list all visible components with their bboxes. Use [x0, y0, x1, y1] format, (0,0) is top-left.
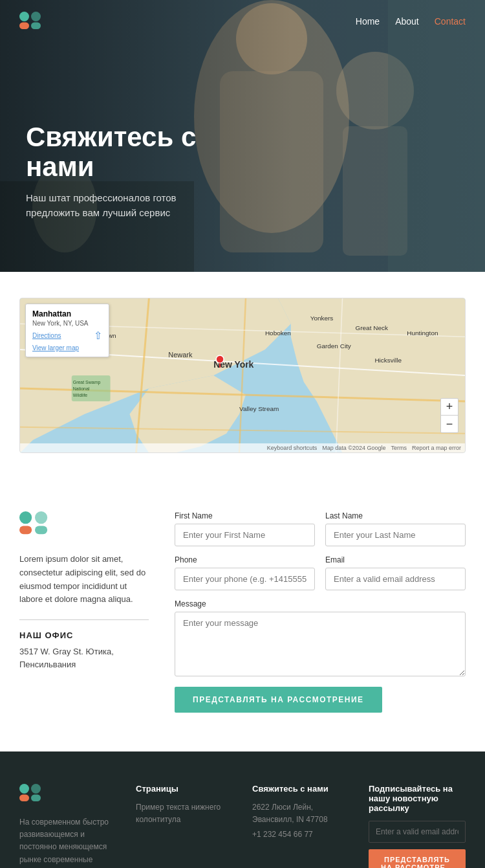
- nav-contact[interactable]: Contact: [435, 16, 466, 27]
- contact-divider: [19, 619, 149, 620]
- phone-email-row: Phone Email: [175, 555, 466, 590]
- map-zoom-out[interactable]: −: [441, 416, 458, 432]
- last-name-label: Last Name: [325, 511, 466, 520]
- map-report: Report a map error: [412, 445, 461, 451]
- message-label: Message: [175, 599, 466, 608]
- map-controls: + −: [440, 398, 458, 433]
- hero-content: Свяжитесь с нами Наш штат профессионалов…: [26, 122, 233, 220]
- map-terms: Terms: [391, 445, 407, 451]
- message-input[interactable]: [175, 612, 466, 676]
- footer: На современном быстро развивающемся и по…: [0, 751, 485, 868]
- email-input[interactable]: [325, 568, 466, 590]
- hero-title: Свяжитесь с нами: [26, 122, 233, 182]
- contact-section: Lorem ipsum dolor sit amet, consectetur …: [0, 479, 485, 751]
- navbar: Home About Contact: [0, 0, 485, 43]
- nav-about[interactable]: About: [395, 16, 419, 27]
- svg-rect-46: [19, 795, 29, 802]
- footer-pages-title: Страницы: [136, 784, 233, 794]
- first-name-input[interactable]: [175, 524, 315, 546]
- svg-text:National: National: [73, 386, 90, 391]
- office-title: НАШ ОФИС: [19, 630, 149, 640]
- footer-contact-phone: +1 232 454 66 77: [252, 829, 349, 841]
- email-group: Email: [325, 555, 466, 590]
- phone-input[interactable]: [175, 568, 315, 590]
- svg-rect-3: [31, 23, 41, 30]
- office-address: 3517 W. Gray St. Ютика, Пенсильвания: [19, 645, 149, 671]
- svg-text:Great Neck: Great Neck: [355, 324, 387, 331]
- footer-logo: [19, 784, 116, 806]
- last-name-group: Last Name: [325, 511, 466, 546]
- map-popup: Manhattan New York, NY, USA Directions ⇧…: [25, 304, 109, 357]
- svg-text:Garden City: Garden City: [317, 342, 351, 350]
- svg-rect-44: [19, 784, 29, 794]
- svg-rect-2: [19, 23, 29, 30]
- svg-text:Hoboken: Hoboken: [265, 329, 291, 337]
- email-label: Email: [325, 555, 466, 564]
- first-name-group: First Name: [175, 511, 315, 546]
- svg-point-38: [216, 355, 224, 363]
- footer-pages-col: Страницы Пример текста нижнего колонтиту…: [136, 784, 233, 868]
- newsletter-input[interactable]: [369, 821, 466, 843]
- svg-text:Valley Stream: Valley Stream: [239, 405, 279, 412]
- footer-contact-col: Свяжитесь с нами 2622 Люси Лейн, Эвансви…: [252, 784, 349, 868]
- phone-label: Phone: [175, 555, 315, 564]
- map-container[interactable]: New York Newark Hoboken Morristown Garde…: [19, 298, 466, 453]
- map-directions-icon: ⇧: [94, 329, 102, 342]
- footer-newsletter-col: Подписывайтесь на нашу новостную рассылк…: [369, 784, 466, 868]
- footer-newsletter-title: Подписывайтесь на нашу новостную рассылк…: [369, 784, 466, 813]
- nav-logo[interactable]: [19, 12, 43, 31]
- svg-rect-0: [19, 12, 29, 21]
- svg-text:Newark: Newark: [168, 351, 193, 359]
- map-directions-link[interactable]: Directions: [32, 332, 61, 339]
- footer-pages-text: Пример текста нижнего колонтитула: [136, 801, 233, 826]
- phone-group: Phone: [175, 555, 315, 590]
- name-row: First Name Last Name: [175, 511, 466, 546]
- svg-rect-45: [31, 784, 41, 794]
- svg-text:Hicksville: Hicksville: [374, 357, 402, 364]
- last-name-input[interactable]: [325, 524, 466, 546]
- hero-subtitle: Наш штат профессионалов готов предложить…: [26, 191, 233, 220]
- nav-links: Home About Contact: [356, 16, 466, 27]
- svg-rect-41: [35, 511, 47, 524]
- newsletter-submit-button[interactable]: ПРЕДСТАВЛЯТЬ НА РАССМОТРЕ...: [369, 849, 466, 868]
- contact-logo: [19, 511, 149, 540]
- svg-text:Great Swamp: Great Swamp: [73, 380, 101, 385]
- contact-description: Lorem ipsum dolor sit amet, consectetur …: [19, 553, 149, 606]
- message-group: Message: [175, 599, 466, 676]
- svg-rect-42: [19, 526, 32, 534]
- svg-rect-40: [19, 511, 32, 524]
- map-larger-link[interactable]: View larger map: [32, 344, 102, 351]
- footer-logo-col: На современном быстро развивающемся и по…: [19, 784, 116, 868]
- map-section: New York Newark Hoboken Morristown Garde…: [0, 272, 485, 479]
- svg-rect-1: [31, 12, 41, 21]
- footer-tagline: На современном быстро развивающемся и по…: [19, 816, 116, 868]
- map-keyboard-shortcuts: Keyboard shortcuts: [267, 445, 318, 451]
- map-data-info: Map data ©2024 Google: [322, 445, 385, 451]
- svg-text:Yonkers: Yonkers: [310, 315, 334, 322]
- nav-home[interactable]: Home: [356, 16, 380, 27]
- map-popup-title: Manhattan: [32, 309, 102, 318]
- footer-grid: На современном быстро развивающемся и по…: [19, 784, 466, 868]
- map-footer: Keyboard shortcuts Map data ©2024 Google…: [20, 443, 465, 452]
- map-popup-address: New York, NY, USA: [32, 320, 102, 327]
- footer-contact-address: 2622 Люси Лейн, Эвансвилл, IN 47708: [252, 801, 349, 826]
- svg-rect-43: [35, 526, 47, 534]
- contact-left: Lorem ipsum dolor sit amet, consectetur …: [19, 511, 149, 671]
- contact-form: First Name Last Name Phone Email Message…: [175, 511, 466, 713]
- svg-text:Huntington: Huntington: [407, 329, 438, 337]
- map-zoom-in[interactable]: +: [441, 399, 458, 416]
- svg-rect-47: [31, 795, 41, 802]
- submit-button[interactable]: ПРЕДСТАВЛЯТЬ НА РАССМОТРЕНИЕ: [175, 687, 382, 713]
- svg-text:Wildlife: Wildlife: [73, 393, 88, 397]
- first-name-label: First Name: [175, 511, 315, 520]
- footer-contact-title: Свяжитесь с нами: [252, 784, 349, 794]
